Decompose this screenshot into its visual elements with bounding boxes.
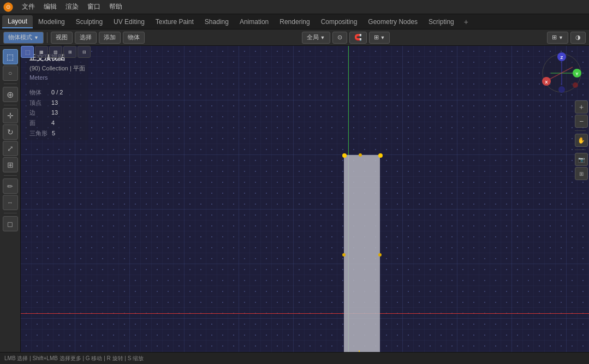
stat-vertices: 顶点 13: [29, 98, 85, 108]
tab-texture-paint[interactable]: Texture Paint: [150, 16, 199, 28]
stat-objects: 物体 0 / 2: [29, 87, 85, 98]
tool-separator-4: [4, 213, 17, 213]
select-box-tool-btn[interactable]: ⬚: [3, 49, 18, 64]
svg-text:Y: Y: [575, 71, 579, 76]
viewport-nav-icons: ⬚ ▦ ▧ ⊞ ⊟: [21, 46, 91, 58]
vertex-tl: [342, 153, 347, 158]
stat-vertices-value: 13: [51, 98, 58, 108]
snap-icon: 🧲: [354, 34, 362, 41]
transform-tool-btn[interactable]: ⊞: [3, 157, 18, 172]
menu-help[interactable]: 帮助: [105, 1, 127, 13]
menu-file[interactable]: 文件: [17, 1, 39, 13]
nav-icon-5[interactable]: ⊟: [78, 46, 91, 58]
xray-icon: ◑: [575, 34, 581, 41]
svg-text:Z: Z: [561, 55, 563, 60]
proportional-icon: ⊙: [337, 34, 342, 41]
transform-extras-btn[interactable]: ⊞ ▼: [369, 32, 390, 44]
viewport-units: Meters: [29, 73, 85, 83]
scale-tool-btn[interactable]: ⤢: [3, 141, 18, 156]
tool-separator-3: [4, 175, 17, 176]
top-menu-bar: ⊙ 文件 编辑 渲染 窗口 帮助: [0, 0, 589, 14]
move-tool-btn[interactable]: ✛: [3, 108, 18, 123]
tool-separator-2: [4, 105, 17, 105]
main-area: ⬚ ○ ⊕ ✛ ↻ ⤢ ⊞ ✏ ↔ ◻: [0, 46, 589, 364]
add-menu-label: 添加: [104, 33, 116, 41]
tool-separator-1: [4, 83, 17, 84]
tab-uv-editing[interactable]: UV Editing: [108, 16, 150, 28]
viewport-right-tools: + − ✋ 📷 ⊞: [575, 100, 588, 180]
mesh-plane-object[interactable]: [344, 155, 380, 357]
tab-rendering[interactable]: Rendering: [274, 16, 315, 28]
stat-tris: 三角形 5: [29, 128, 85, 139]
tab-animation[interactable]: Animation: [234, 16, 274, 28]
view-menu-label: 视图: [56, 33, 68, 41]
svg-point-13: [573, 82, 578, 88]
viewport-gizmo[interactable]: Z Y X: [540, 51, 584, 95]
object-menu-label: 物体: [128, 33, 140, 41]
tab-shading[interactable]: Shading: [199, 16, 234, 28]
proportional-edit-btn[interactable]: ⊙: [332, 32, 347, 44]
global-dropdown-icon: ▼: [320, 35, 325, 40]
status-text: LMB 选择 | Shift+LMB 选择更多 | G 移动 | R 旋转 | …: [4, 355, 144, 362]
vertex-mid-t: [359, 153, 362, 157]
view-menu-btn[interactable]: 视图: [51, 32, 73, 44]
add-workspace-button[interactable]: +: [460, 15, 473, 28]
annotate-tool-btn[interactable]: ✏: [3, 178, 18, 194]
mode-selector[interactable]: 物体模式 ▼: [3, 32, 44, 44]
snap-btn[interactable]: 🧲: [349, 32, 367, 44]
toolbar-sep-1: [47, 32, 47, 43]
xray-btn[interactable]: ◑: [570, 32, 586, 44]
3d-viewport[interactable]: 正交顶视图 (90) Collection | 平面 Meters 物体 0 /…: [21, 46, 589, 364]
transform-icon: ⊞: [374, 34, 379, 41]
nav-icon-4[interactable]: ⊞: [63, 46, 76, 58]
rotate-tool-btn[interactable]: ↻: [3, 124, 18, 140]
add-primitive-tool-btn[interactable]: ◻: [3, 216, 18, 231]
viewport-collection: (90) Collection | 平面: [29, 64, 85, 74]
viewport-info-panel: 正交顶视图 (90) Collection | 平面 Meters 物体 0 /…: [26, 50, 88, 140]
select-menu-btn[interactable]: 选择: [75, 32, 97, 44]
stat-vertices-label: 顶点: [29, 98, 47, 108]
menu-window[interactable]: 窗口: [83, 1, 105, 13]
tab-scripting[interactable]: Scripting: [423, 16, 460, 28]
pan-btn[interactable]: ✋: [575, 134, 588, 147]
zoom-in-btn[interactable]: +: [575, 100, 588, 114]
workspace-tabs: Layout Modeling Sculpting UV Editing Tex…: [0, 14, 589, 29]
global-selector-label: 全局: [307, 33, 319, 41]
nav-select-box-icon[interactable]: ⬚: [21, 46, 34, 58]
mode-selector-label: 物体模式: [8, 33, 32, 41]
left-toolbar: ⬚ ○ ⊕ ✛ ↻ ⤢ ⊞ ✏ ↔ ◻: [0, 46, 21, 364]
svg-point-8: [558, 86, 565, 93]
svg-text:⊙: ⊙: [6, 3, 10, 9]
view-grid-btn[interactable]: ⊞: [575, 167, 588, 180]
stat-tris-value: 5: [52, 128, 55, 139]
tab-compositing[interactable]: Compositing: [316, 16, 363, 28]
vertex-mid-l: [342, 253, 346, 256]
stat-objects-label: 物体: [29, 87, 47, 98]
zoom-out-btn[interactable]: −: [575, 115, 588, 128]
camera-perspective-btn[interactable]: 📷: [575, 153, 588, 166]
tab-sculpting[interactable]: Sculpting: [70, 16, 108, 28]
menu-edit[interactable]: 编辑: [39, 1, 61, 13]
stat-faces-label: 面: [29, 118, 47, 128]
add-menu-btn[interactable]: 添加: [99, 32, 121, 44]
mode-dropdown-icon: ▼: [34, 35, 39, 40]
select-menu-label: 选择: [80, 33, 92, 41]
toolbar: 物体模式 ▼ 视图 选择 添加 物体 全局 ▼ ⊙ 🧲 ⊞ ▼ ⊞ ▼ ◑: [0, 29, 589, 46]
overlay-btn[interactable]: ⊞ ▼: [547, 32, 568, 44]
overlay-dropdown-icon: ▼: [558, 35, 563, 40]
select-circle-tool-btn[interactable]: ○: [3, 65, 18, 81]
cursor-tool-btn[interactable]: ⊕: [3, 87, 18, 102]
stat-edges-value: 13: [51, 108, 58, 118]
menu-render[interactable]: 渲染: [61, 1, 83, 13]
tab-modeling[interactable]: Modeling: [33, 16, 70, 28]
object-menu-btn[interactable]: 物体: [123, 32, 145, 44]
measure-tool-btn[interactable]: ↔: [3, 195, 18, 210]
tab-layout[interactable]: Layout: [2, 15, 33, 28]
nav-icon-3[interactable]: ▧: [49, 46, 62, 58]
stat-faces-value: 4: [51, 118, 55, 128]
blender-logo[interactable]: ⊙: [2, 1, 14, 13]
stat-faces: 面 4: [29, 118, 85, 128]
nav-icon-2[interactable]: ▦: [35, 46, 48, 58]
tab-geometry-nodes[interactable]: Geometry Nodes: [362, 16, 423, 28]
global-selector[interactable]: 全局 ▼: [302, 32, 330, 44]
